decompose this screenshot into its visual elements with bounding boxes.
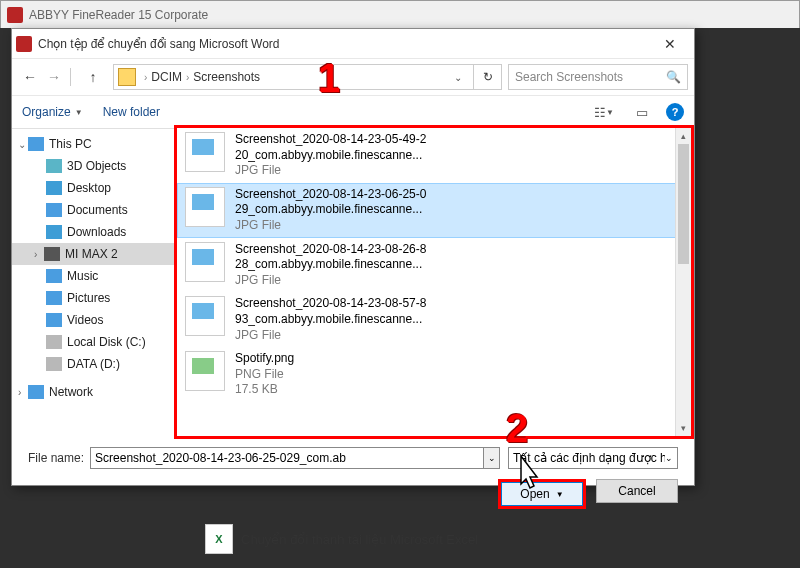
- up-button[interactable]: ↑: [81, 65, 105, 89]
- scrollbar[interactable]: ▴ ▾: [675, 128, 691, 436]
- file-thumbnail-icon: [185, 351, 225, 391]
- scroll-down-icon[interactable]: ▾: [676, 420, 691, 436]
- chevron-right-icon: ›: [182, 72, 193, 83]
- file-list[interactable]: Screenshot_2020-08-14-23-05-49-2 20_com.…: [177, 128, 691, 436]
- dialog-titlebar[interactable]: Chọn tệp để chuyển đổi sang Microsoft Wo…: [12, 29, 694, 59]
- file-name: Screenshot_2020-08-14-23-08-26-8: [235, 242, 426, 258]
- file-name: Screenshot_2020-08-14-23-08-57-8: [235, 296, 426, 312]
- file-thumbnail-icon: [185, 187, 225, 227]
- filename-row: File name: ⌄ Tất cả các định dạng được h…: [12, 439, 694, 475]
- nav-network[interactable]: ›Network: [12, 381, 174, 403]
- nav-mi-max-2[interactable]: ›MI MAX 2: [12, 243, 174, 265]
- nav-pictures[interactable]: Pictures: [12, 287, 174, 309]
- nav-bar: ← → ↑ › DCIM › Screenshots ⌄ ↻ Search Sc…: [12, 59, 694, 95]
- file-name: Screenshot_2020-08-14-23-06-25-0: [235, 187, 426, 203]
- dialog-title: Chọn tệp để chuyển đổi sang Microsoft Wo…: [38, 37, 650, 51]
- navigation-pane[interactable]: ⌄This PC 3D Objects Desktop Documents Do…: [12, 129, 174, 439]
- excel-label: Chuyển đổi thành tài liệu Microsoft Exce…: [241, 532, 478, 547]
- nav-data-d[interactable]: DATA (D:): [12, 353, 174, 375]
- file-thumbnail-icon: [185, 242, 225, 282]
- filename-label: File name:: [28, 451, 84, 465]
- breadcrumb[interactable]: › DCIM › Screenshots ⌄: [113, 64, 474, 90]
- file-item[interactable]: Spotify.png PNG File 17.5 KB: [177, 347, 691, 402]
- help-button[interactable]: ?: [666, 103, 684, 121]
- search-placeholder: Search Screenshots: [515, 70, 623, 84]
- folder-icon: [118, 68, 136, 86]
- search-input[interactable]: Search Screenshots 🔍: [508, 64, 688, 90]
- open-button-highlight: Open ▼: [498, 479, 586, 509]
- app-icon: [7, 7, 23, 23]
- excel-convert-row[interactable]: X Chuyển đổi thành tài liệu Microsoft Ex…: [205, 524, 478, 554]
- separator: [70, 68, 71, 86]
- organize-label: Organize: [22, 105, 71, 119]
- dialog-icon: [16, 36, 32, 52]
- nav-this-pc[interactable]: ⌄This PC: [12, 133, 174, 155]
- chevron-down-icon: ⌄: [665, 453, 673, 463]
- chevron-right-icon: ›: [140, 72, 151, 83]
- open-button[interactable]: Open ▼: [501, 482, 583, 506]
- nav-downloads[interactable]: Downloads: [12, 221, 174, 243]
- filename-dropdown[interactable]: ⌄: [484, 447, 500, 469]
- file-type-filter[interactable]: Tất cả các định dạng được hỗ t ⌄: [508, 447, 678, 469]
- file-thumbnail-icon: [185, 296, 225, 336]
- file-type: JPG File: [235, 218, 426, 234]
- nav-music[interactable]: Music: [12, 265, 174, 287]
- file-name: Screenshot_2020-08-14-23-05-49-2: [235, 132, 426, 148]
- file-name-2: 93_com.abbyy.mobile.finescanne...: [235, 312, 426, 328]
- crumb-screenshots[interactable]: Screenshots: [193, 70, 260, 84]
- file-item[interactable]: Screenshot_2020-08-14-23-08-57-8 93_com.…: [177, 292, 691, 347]
- nav-local-disk-c[interactable]: Local Disk (C:): [12, 331, 174, 353]
- file-type: JPG File: [235, 163, 426, 179]
- nav-videos[interactable]: Videos: [12, 309, 174, 331]
- file-open-dialog: Chọn tệp để chuyển đổi sang Microsoft Wo…: [11, 28, 695, 486]
- file-type: JPG File: [235, 273, 426, 289]
- scroll-up-icon[interactable]: ▴: [676, 128, 691, 144]
- organize-menu[interactable]: Organize ▼: [22, 105, 83, 119]
- app-title: ABBYY FineReader 15 Corporate: [29, 8, 208, 22]
- forward-button[interactable]: →: [42, 65, 66, 89]
- file-thumbnail-icon: [185, 132, 225, 172]
- file-name-2: 28_com.abbyy.mobile.finescanne...: [235, 257, 426, 273]
- file-item-selected[interactable]: Screenshot_2020-08-14-23-06-25-0 29_com.…: [177, 183, 691, 238]
- file-type: PNG File: [235, 367, 294, 383]
- button-row: Open ▼ Cancel: [12, 475, 694, 519]
- file-name-2: 20_com.abbyy.mobile.finescanne...: [235, 148, 426, 164]
- file-item[interactable]: Screenshot_2020-08-14-23-08-26-8 28_com.…: [177, 238, 691, 293]
- file-type: JPG File: [235, 328, 426, 344]
- file-name: Spotify.png: [235, 351, 294, 367]
- search-icon: 🔍: [666, 70, 681, 84]
- view-mode-button[interactable]: ☷ ▼: [590, 101, 618, 123]
- chevron-down-icon: ▼: [75, 108, 83, 117]
- crumb-dcim[interactable]: DCIM: [151, 70, 182, 84]
- file-name-2: 29_com.abbyy.mobile.finescanne...: [235, 202, 426, 218]
- new-folder-button[interactable]: New folder: [103, 105, 160, 119]
- main-area: ⌄This PC 3D Objects Desktop Documents Do…: [12, 129, 694, 439]
- cancel-button[interactable]: Cancel: [596, 479, 678, 503]
- excel-icon: X: [205, 524, 233, 554]
- nav-3d-objects[interactable]: 3D Objects: [12, 155, 174, 177]
- close-button[interactable]: ✕: [650, 30, 690, 58]
- app-titlebar[interactable]: ABBYY FineReader 15 Corporate: [0, 0, 800, 28]
- file-item[interactable]: Screenshot_2020-08-14-23-05-49-2 20_com.…: [177, 128, 691, 183]
- preview-pane-button[interactable]: ▭: [628, 101, 656, 123]
- breadcrumb-dropdown[interactable]: ⌄: [443, 65, 473, 89]
- chevron-down-icon: ▼: [556, 490, 564, 499]
- file-list-highlight: Screenshot_2020-08-14-23-05-49-2 20_com.…: [174, 125, 694, 439]
- toolbar: Organize ▼ New folder ☷ ▼ ▭ ?: [12, 95, 694, 129]
- filename-input[interactable]: [90, 447, 484, 469]
- refresh-button[interactable]: ↻: [474, 64, 502, 90]
- nav-documents[interactable]: Documents: [12, 199, 174, 221]
- nav-desktop[interactable]: Desktop: [12, 177, 174, 199]
- back-button[interactable]: ←: [18, 65, 42, 89]
- file-size: 17.5 KB: [235, 382, 294, 398]
- scroll-thumb[interactable]: [678, 144, 689, 264]
